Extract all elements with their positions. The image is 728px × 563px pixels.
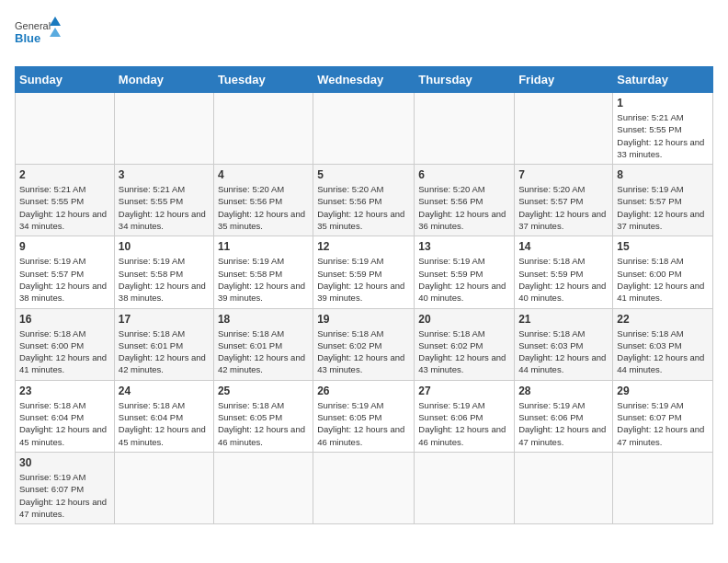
- weekday-header-friday: Friday: [515, 67, 613, 93]
- day-info: Sunrise: 5:18 AM Sunset: 6:01 PM Dayligh…: [119, 327, 210, 376]
- svg-text:Blue: Blue: [15, 31, 40, 45]
- day-number: 15: [617, 240, 709, 253]
- day-number: 3: [119, 168, 210, 181]
- day-number: 10: [119, 240, 210, 253]
- calendar-cell: [313, 93, 415, 165]
- calendar-cell: [515, 452, 613, 523]
- day-number: 30: [19, 456, 110, 469]
- day-info: Sunrise: 5:19 AM Sunset: 5:57 PM Dayligh…: [617, 183, 709, 232]
- calendar-cell: 29Sunrise: 5:19 AM Sunset: 6:07 PM Dayli…: [613, 380, 713, 452]
- calendar-cell: 20Sunrise: 5:18 AM Sunset: 6:02 PM Dayli…: [415, 308, 515, 380]
- day-info: Sunrise: 5:18 AM Sunset: 6:04 PM Dayligh…: [119, 399, 210, 448]
- day-info: Sunrise: 5:21 AM Sunset: 5:55 PM Dayligh…: [119, 183, 210, 232]
- day-number: 29: [617, 385, 709, 397]
- day-number: 23: [19, 385, 110, 397]
- day-info: Sunrise: 5:21 AM Sunset: 5:55 PM Dayligh…: [617, 111, 709, 160]
- calendar-cell: [613, 452, 713, 523]
- week-row-0: 1Sunrise: 5:21 AM Sunset: 5:55 PM Daylig…: [16, 93, 713, 165]
- day-number: 9: [19, 240, 110, 253]
- weekday-header-wednesday: Wednesday: [313, 67, 415, 93]
- week-row-1: 2Sunrise: 5:21 AM Sunset: 5:55 PM Daylig…: [16, 165, 713, 236]
- calendar-cell: [213, 93, 313, 165]
- day-number: 16: [19, 313, 110, 326]
- calendar-cell: [114, 93, 213, 165]
- day-info: Sunrise: 5:19 AM Sunset: 6:07 PM Dayligh…: [617, 399, 709, 448]
- calendar-cell: 10Sunrise: 5:19 AM Sunset: 5:58 PM Dayli…: [114, 236, 213, 308]
- day-number: 5: [317, 168, 410, 181]
- logo: General Blue: [15, 15, 61, 55]
- day-info: Sunrise: 5:19 AM Sunset: 6:07 PM Dayligh…: [19, 471, 110, 520]
- day-info: Sunrise: 5:19 AM Sunset: 5:59 PM Dayligh…: [418, 255, 510, 304]
- day-info: Sunrise: 5:18 AM Sunset: 6:03 PM Dayligh…: [518, 327, 609, 376]
- day-info: Sunrise: 5:18 AM Sunset: 6:02 PM Dayligh…: [418, 327, 510, 376]
- calendar-cell: 9Sunrise: 5:19 AM Sunset: 5:57 PM Daylig…: [16, 236, 115, 308]
- day-number: 8: [617, 168, 709, 181]
- day-number: 18: [218, 313, 309, 326]
- calendar-cell: [213, 452, 313, 523]
- day-info: Sunrise: 5:19 AM Sunset: 5:57 PM Dayligh…: [19, 255, 110, 304]
- calendar-cell: [415, 93, 515, 165]
- svg-text:General: General: [15, 20, 51, 31]
- day-number: 26: [317, 385, 410, 397]
- day-info: Sunrise: 5:18 AM Sunset: 6:05 PM Dayligh…: [218, 399, 309, 448]
- svg-marker-3: [50, 28, 61, 37]
- day-number: 6: [418, 168, 510, 181]
- day-number: 22: [617, 313, 709, 326]
- day-info: Sunrise: 5:18 AM Sunset: 6:01 PM Dayligh…: [218, 327, 309, 376]
- svg-marker-2: [50, 17, 61, 26]
- calendar-cell: 22Sunrise: 5:18 AM Sunset: 6:03 PM Dayli…: [613, 308, 713, 380]
- calendar-cell: 30Sunrise: 5:19 AM Sunset: 6:07 PM Dayli…: [16, 452, 115, 523]
- calendar-cell: 1Sunrise: 5:21 AM Sunset: 5:55 PM Daylig…: [613, 93, 713, 165]
- weekday-header-monday: Monday: [114, 67, 213, 93]
- week-row-5: 30Sunrise: 5:19 AM Sunset: 6:07 PM Dayli…: [16, 452, 713, 523]
- calendar-cell: 6Sunrise: 5:20 AM Sunset: 5:56 PM Daylig…: [415, 165, 515, 236]
- calendar-cell: [415, 452, 515, 523]
- calendar-cell: 15Sunrise: 5:18 AM Sunset: 6:00 PM Dayli…: [613, 236, 713, 308]
- day-number: 7: [518, 168, 609, 181]
- day-number: 1: [617, 97, 709, 109]
- calendar-cell: 17Sunrise: 5:18 AM Sunset: 6:01 PM Dayli…: [114, 308, 213, 380]
- week-row-3: 16Sunrise: 5:18 AM Sunset: 6:00 PM Dayli…: [16, 308, 713, 380]
- day-number: 21: [518, 313, 609, 326]
- day-info: Sunrise: 5:19 AM Sunset: 6:06 PM Dayligh…: [418, 399, 510, 448]
- day-number: 25: [218, 385, 309, 397]
- header: General Blue: [15, 15, 713, 55]
- calendar-cell: 18Sunrise: 5:18 AM Sunset: 6:01 PM Dayli…: [213, 308, 313, 380]
- calendar-cell: 24Sunrise: 5:18 AM Sunset: 6:04 PM Dayli…: [114, 380, 213, 452]
- calendar-cell: [16, 93, 115, 165]
- day-info: Sunrise: 5:18 AM Sunset: 6:04 PM Dayligh…: [19, 399, 110, 448]
- day-info: Sunrise: 5:21 AM Sunset: 5:55 PM Dayligh…: [19, 183, 110, 232]
- calendar-cell: 5Sunrise: 5:20 AM Sunset: 5:56 PM Daylig…: [313, 165, 415, 236]
- calendar-cell: 16Sunrise: 5:18 AM Sunset: 6:00 PM Dayli…: [16, 308, 115, 380]
- day-info: Sunrise: 5:19 AM Sunset: 5:58 PM Dayligh…: [218, 255, 309, 304]
- calendar-cell: 28Sunrise: 5:19 AM Sunset: 6:06 PM Dayli…: [515, 380, 613, 452]
- day-info: Sunrise: 5:18 AM Sunset: 5:59 PM Dayligh…: [518, 255, 609, 304]
- calendar-cell: 11Sunrise: 5:19 AM Sunset: 5:58 PM Dayli…: [213, 236, 313, 308]
- weekday-header-saturday: Saturday: [613, 67, 713, 93]
- day-number: 19: [317, 313, 410, 326]
- logo-svg: General Blue: [15, 15, 61, 55]
- day-number: 28: [518, 385, 609, 397]
- weekday-header-row: SundayMondayTuesdayWednesdayThursdayFrid…: [16, 67, 713, 93]
- calendar-cell: 19Sunrise: 5:18 AM Sunset: 6:02 PM Dayli…: [313, 308, 415, 380]
- calendar-cell: 3Sunrise: 5:21 AM Sunset: 5:55 PM Daylig…: [114, 165, 213, 236]
- calendar-cell: 25Sunrise: 5:18 AM Sunset: 6:05 PM Dayli…: [213, 380, 313, 452]
- calendar-cell: 7Sunrise: 5:20 AM Sunset: 5:57 PM Daylig…: [515, 165, 613, 236]
- calendar-cell: 4Sunrise: 5:20 AM Sunset: 5:56 PM Daylig…: [213, 165, 313, 236]
- day-info: Sunrise: 5:19 AM Sunset: 6:06 PM Dayligh…: [518, 399, 609, 448]
- day-number: 2: [19, 168, 110, 181]
- day-number: 11: [218, 240, 309, 253]
- weekday-header-tuesday: Tuesday: [213, 67, 313, 93]
- day-info: Sunrise: 5:19 AM Sunset: 5:59 PM Dayligh…: [317, 255, 410, 304]
- day-number: 27: [418, 385, 510, 397]
- calendar-cell: 21Sunrise: 5:18 AM Sunset: 6:03 PM Dayli…: [515, 308, 613, 380]
- day-info: Sunrise: 5:20 AM Sunset: 5:57 PM Dayligh…: [518, 183, 609, 232]
- day-number: 14: [518, 240, 609, 253]
- calendar-cell: 23Sunrise: 5:18 AM Sunset: 6:04 PM Dayli…: [16, 380, 115, 452]
- day-info: Sunrise: 5:18 AM Sunset: 6:00 PM Dayligh…: [617, 255, 709, 304]
- calendar-cell: 14Sunrise: 5:18 AM Sunset: 5:59 PM Dayli…: [515, 236, 613, 308]
- day-number: 17: [119, 313, 210, 326]
- calendar-table: SundayMondayTuesdayWednesdayThursdayFrid…: [15, 66, 713, 524]
- week-row-4: 23Sunrise: 5:18 AM Sunset: 6:04 PM Dayli…: [16, 380, 713, 452]
- calendar-cell: 13Sunrise: 5:19 AM Sunset: 5:59 PM Dayli…: [415, 236, 515, 308]
